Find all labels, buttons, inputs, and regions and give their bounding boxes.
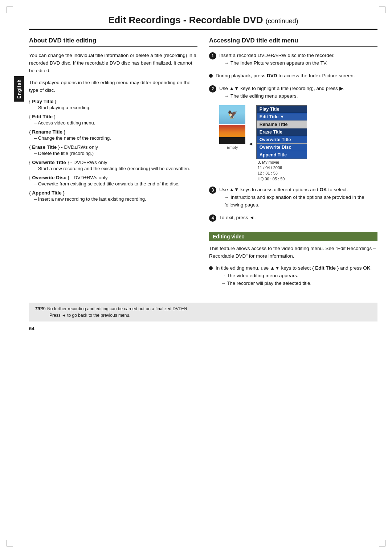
- intro-para1: You can change the individual title info…: [29, 52, 197, 75]
- step-2: 2 Use ▲▼ keys to highlight a title (reco…: [209, 85, 377, 100]
- step-number-1: 1: [209, 52, 216, 60]
- menu-entry-edit-title: { Edit Title } Access video editing menu…: [29, 114, 197, 126]
- dvd-menu-selection-arrow: ◄: [248, 141, 253, 147]
- right-section-heading: Accessing DVD title edit menu: [209, 37, 377, 47]
- menu-entry-rename-title: { Rename Title } Change the name of the …: [29, 129, 197, 141]
- dvd-empty-label: Empty: [219, 145, 245, 149]
- menu-entry-erase-title: { Erase Title } - DVD±RWs only Delete th…: [29, 144, 197, 156]
- main-content: Edit Recordings - Recordable DVD (contin…: [29, 0, 377, 331]
- step-number-2: 2: [209, 85, 216, 93]
- tips-box: TIPS: No further recording and editing c…: [29, 303, 377, 321]
- dvd-menu-item-overwrite-title: Overwrite Title: [257, 136, 307, 144]
- dvd-menu-screenshot: Empty ◄ Play Title Edit Title ▼ Rename T…: [219, 105, 377, 183]
- dvd-menu-item-erase: Erase Title: [257, 128, 307, 136]
- step-1: 1 Insert a recorded DVD±R/±RW disc into …: [209, 52, 377, 67]
- step-number-3: 3: [209, 187, 216, 194]
- tips-line-2: Press ◄ to go back to the previous menu.: [35, 313, 130, 318]
- step-3: 3 Use ▲▼ keys to access different option…: [209, 186, 377, 209]
- corner-mark-tl: [7, 7, 13, 13]
- dvd-menu-item-edit: Edit Title ▼: [257, 113, 307, 121]
- dvd-menu-item-play: Play Title: [257, 106, 307, 113]
- menu-entry-append-title: { Append Title } Insert a new recording …: [29, 190, 197, 202]
- step-4: 4 To exit, press ◄.: [209, 214, 377, 222]
- tips-line-1: No further recording and editing can be …: [47, 306, 188, 311]
- menu-entry-play-title: { Play Title } Start playing a recording…: [29, 99, 197, 110]
- two-column-layout: About DVD title editing You can change t…: [29, 37, 377, 292]
- menu-entry-overwrite-title: { Overwrite Title } - DVD±RWs only Start…: [29, 160, 197, 171]
- tips-label: TIPS:: [35, 306, 46, 311]
- editing-video-section: Editing video This feature allows access…: [209, 232, 377, 287]
- page-title: Edit Recordings - Recordable DVD (contin…: [108, 15, 298, 25]
- corner-mark-bl: [7, 540, 13, 546]
- dvd-thumb-bird: [219, 105, 245, 124]
- menu-entry-overwrite-disc: { Overwrite Disc } - DVD±RWs only Overwr…: [29, 175, 197, 187]
- language-label: English: [16, 79, 22, 99]
- step-number-4: 4: [209, 214, 216, 222]
- editing-video-para1: This feature allows access to the video …: [209, 245, 377, 260]
- left-section-heading: About DVD title editing: [29, 37, 197, 47]
- intro-para2: The displayed options in the title editi…: [29, 79, 197, 94]
- dvd-thumb-sunset: [219, 125, 245, 144]
- page-number: 64: [29, 326, 377, 331]
- title-rule: [29, 29, 377, 30]
- bullet-icon: [209, 74, 213, 78]
- dvd-menu-list: Play Title Edit Title ▼ Rename Title Era…: [256, 105, 307, 159]
- page-title-suffix: (continued): [266, 17, 298, 25]
- dvd-thumbnails: Empty: [219, 105, 245, 149]
- corner-mark-tr: [379, 7, 385, 13]
- page-wrapper: English Edit Recordings - Recordable DVD…: [0, 0, 392, 553]
- bullet-icon-2: [209, 266, 213, 270]
- language-sidebar: English: [14, 76, 24, 102]
- corner-mark-br: [379, 540, 385, 546]
- left-column: About DVD title editing You can change t…: [29, 37, 197, 205]
- dvd-menu-item-rename: Rename Title: [257, 121, 307, 128]
- step-bullet-1: During playback, press DVD to access the…: [209, 72, 377, 80]
- editing-video-heading: Editing video: [209, 232, 377, 241]
- dvd-menu-panel: Play Title Edit Title ▼ Rename Title Era…: [256, 105, 307, 183]
- right-column: Accessing DVD title edit menu 1 Insert a…: [209, 37, 377, 292]
- dvd-menu-item-append: Append Title: [257, 151, 307, 159]
- editing-video-bullet: In title editing menu, use ▲▼ keys to se…: [209, 265, 377, 287]
- dvd-info-text: 3. My movie 11 / 04 / 2006 12 : 31 : 53 …: [256, 159, 307, 183]
- dvd-menu-item-overwrite-disc: Overwrite Disc: [257, 144, 307, 151]
